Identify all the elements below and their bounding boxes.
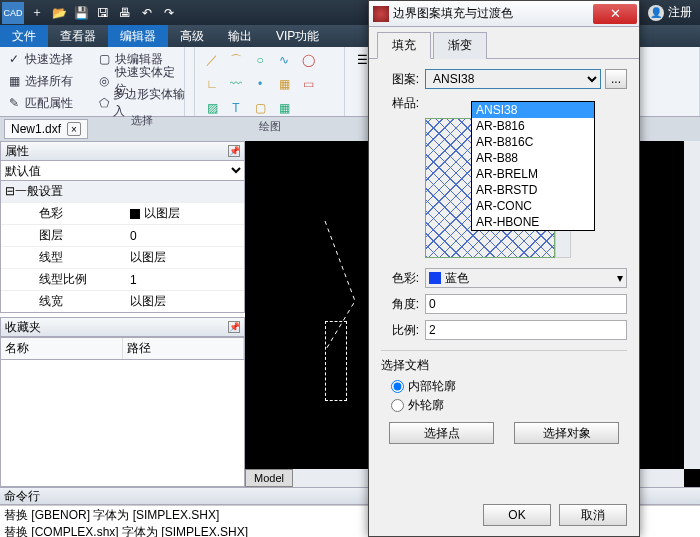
favorites-panel-header: 收藏夹 📌 xyxy=(0,317,245,337)
draw-rect-icon[interactable]: ▢ xyxy=(249,97,271,119)
prop-val-lineweight[interactable]: 以图层 xyxy=(126,291,244,312)
locate-icon: ◎ xyxy=(99,74,113,88)
file-tab[interactable]: New1.dxf × xyxy=(4,119,88,139)
ribbon-polyinput[interactable]: ⬠多边形实体输入 xyxy=(96,93,188,113)
dropdown-option[interactable]: AR-HBONE xyxy=(472,214,594,230)
tab-file[interactable]: 文件 xyxy=(0,25,48,47)
dropdown-option[interactable]: AR-BRELM xyxy=(472,166,594,182)
label-scale: 比例: xyxy=(381,322,419,339)
prop-val-linetype[interactable]: 以图层 xyxy=(126,247,244,268)
dialog-icon xyxy=(373,6,389,22)
scale-input[interactable] xyxy=(425,320,627,340)
prop-val-layer[interactable]: 0 xyxy=(126,225,244,246)
register-label: 注册 xyxy=(668,4,692,21)
ribbon-group-select: 选择 xyxy=(96,113,188,128)
properties-panel-header: 属性 📌 xyxy=(0,141,245,161)
user-icon: 👤 xyxy=(648,5,664,21)
pattern-browse-button[interactable]: ... xyxy=(605,69,627,89)
draw-angle-icon[interactable]: ∟ xyxy=(201,73,223,95)
draw-arc-icon[interactable]: ⌒ xyxy=(225,49,247,71)
tab-gradient[interactable]: 渐变 xyxy=(433,32,487,59)
prop-key-layer: 图层 xyxy=(1,225,126,246)
label-pattern: 图案: xyxy=(381,71,419,88)
new-icon[interactable]: ＋ xyxy=(26,2,48,24)
fav-col-name[interactable]: 名称 xyxy=(1,338,123,359)
selection-rect xyxy=(325,321,347,401)
tab-viewer[interactable]: 查看器 xyxy=(48,25,108,47)
prop-key-color: 色彩 xyxy=(1,203,126,224)
register-button[interactable]: 👤 注册 xyxy=(648,4,692,21)
pin-icon[interactable]: 📌 xyxy=(228,145,240,157)
draw-hatch-icon[interactable]: ▨ xyxy=(201,97,223,119)
ok-button[interactable]: OK xyxy=(483,504,551,526)
selectall-icon: ▦ xyxy=(9,74,23,88)
prop-key-lineweight: 线宽 xyxy=(1,291,126,312)
prop-val-ltscale[interactable]: 1 xyxy=(126,269,244,290)
draw-grid-icon[interactable]: ▦ xyxy=(273,97,295,119)
prop-key-ltscale: 线型比例 xyxy=(1,269,126,290)
fav-col-path[interactable]: 路径 xyxy=(123,338,245,359)
color-swatch-icon xyxy=(130,209,140,219)
pattern-select[interactable]: ANSI38 xyxy=(425,69,601,89)
undo-icon[interactable]: ↶ xyxy=(136,2,158,24)
ribbon-group-draw: 绘图 xyxy=(201,119,338,134)
dialog-title: 边界图案填充与过渡色 xyxy=(393,5,593,22)
draw-line-icon[interactable]: ／ xyxy=(201,49,223,71)
draw-polyline-icon[interactable]: ∿ xyxy=(273,49,295,71)
tab-advanced[interactable]: 高级 xyxy=(168,25,216,47)
tab-vip[interactable]: VIP功能 xyxy=(264,25,331,47)
draw-point-icon[interactable]: • xyxy=(249,73,271,95)
match-icon: ✎ xyxy=(9,96,23,110)
block-icon: ▢ xyxy=(99,52,113,66)
draw-box-icon[interactable]: ▭ xyxy=(297,73,319,95)
poly-icon: ⬠ xyxy=(99,96,111,110)
props-default-select[interactable]: 默认值 xyxy=(1,161,244,180)
tab-output[interactable]: 输出 xyxy=(216,25,264,47)
dropdown-option[interactable]: AR-B816 xyxy=(472,118,594,134)
hatch-dialog: 边界图案填充与过渡色 ✕ 填充 渐变 图案: ANSI38 ... 样品: AN… xyxy=(368,0,640,537)
radio-outer[interactable]: 外轮廓 xyxy=(391,397,627,414)
draw-text-icon[interactable]: Τ xyxy=(225,97,247,119)
color-swatch-icon xyxy=(429,272,441,284)
app-logo: CAD xyxy=(2,2,24,24)
tab-fill[interactable]: 填充 xyxy=(377,32,431,59)
filter-icon: ✓ xyxy=(9,52,23,66)
color-select[interactable]: 蓝色 ▾ xyxy=(425,268,627,288)
dropdown-option[interactable]: ANSI38 xyxy=(472,102,594,118)
redo-icon[interactable]: ↷ xyxy=(158,2,180,24)
props-group-general[interactable]: ⊟一般设置 xyxy=(1,181,244,202)
angle-input[interactable] xyxy=(425,294,627,314)
canvas-vscroll[interactable] xyxy=(684,141,700,469)
cancel-button[interactable]: 取消 xyxy=(559,504,627,526)
pattern-dropdown-list: ANSI38 AR-B816 AR-B816C AR-B88 AR-BRELM … xyxy=(471,101,595,231)
model-tab[interactable]: Model xyxy=(245,469,293,487)
close-tab-icon[interactable]: × xyxy=(67,122,81,136)
label-angle: 角度: xyxy=(381,296,419,313)
pin-icon[interactable]: 📌 xyxy=(228,321,240,333)
dropdown-option[interactable]: AR-CONC xyxy=(472,198,594,214)
prop-key-linetype: 线型 xyxy=(1,247,126,268)
label-color: 色彩: xyxy=(381,270,419,287)
save-icon[interactable]: 💾 xyxy=(70,2,92,24)
label-sample: 样品: xyxy=(381,95,419,112)
pick-object-button[interactable]: 选择对象 xyxy=(514,422,619,444)
close-icon[interactable]: ✕ xyxy=(593,4,637,24)
tab-editor[interactable]: 编辑器 xyxy=(108,25,168,47)
dropdown-option[interactable]: AR-B88 xyxy=(472,150,594,166)
open-icon[interactable]: 📂 xyxy=(48,2,70,24)
radio-inner[interactable]: 内部轮廓 xyxy=(391,378,627,395)
label-docsel: 选择文档 xyxy=(381,357,627,374)
dropdown-option[interactable]: AR-BRSTD xyxy=(472,182,594,198)
prop-val-color[interactable]: 以图层 xyxy=(126,203,244,224)
draw-ellipse-icon[interactable]: ◯ xyxy=(297,49,319,71)
favorites-list xyxy=(0,360,245,487)
draw-spline-icon[interactable]: 〰 xyxy=(225,73,247,95)
pick-point-button[interactable]: 选择点 xyxy=(389,422,494,444)
draw-circle-icon[interactable]: ○ xyxy=(249,49,271,71)
save-as-icon[interactable]: 🖫 xyxy=(92,2,114,24)
dropdown-option[interactable]: AR-B816C xyxy=(472,134,594,150)
file-tab-label: New1.dxf xyxy=(11,122,61,136)
draw-table-icon[interactable]: ▦ xyxy=(273,73,295,95)
chevron-down-icon: ▾ xyxy=(617,271,623,285)
print-icon[interactable]: 🖶 xyxy=(114,2,136,24)
